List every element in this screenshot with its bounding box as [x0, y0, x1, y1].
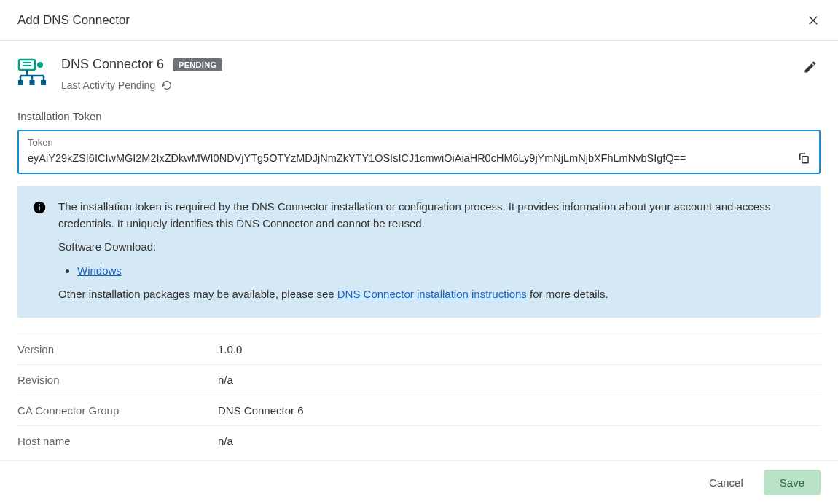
info-panel: The installation token is required by th…	[17, 186, 821, 318]
details-row: CA Connector Group DNS Connector 6	[17, 395, 821, 425]
refresh-icon[interactable]	[161, 79, 173, 91]
download-list: Windows	[58, 263, 806, 280]
last-activity-label: Last Activity Pending	[61, 79, 155, 91]
install-instructions-link[interactable]: DNS Connector installation instructions	[337, 288, 527, 300]
download-label: Software Download:	[58, 239, 806, 256]
details-key: Revision	[17, 374, 218, 386]
details-row: Host name n/a	[17, 425, 821, 456]
edit-button[interactable]	[803, 60, 818, 74]
details-val: n/a	[218, 435, 233, 447]
connector-header: DNS Connector 6 PENDING Last Activity Pe…	[17, 57, 821, 91]
dialog-title: Add DNS Connector	[17, 13, 130, 28]
connector-icon	[17, 58, 47, 87]
svg-rect-12	[30, 80, 35, 85]
cancel-button[interactable]: Cancel	[706, 470, 746, 495]
close-icon	[807, 14, 820, 27]
svg-rect-16	[39, 207, 40, 211]
svg-rect-11	[18, 80, 23, 85]
details-key: Version	[17, 343, 218, 355]
svg-rect-13	[41, 80, 46, 85]
details-row: Revision n/a	[17, 364, 821, 395]
content-scroll[interactable]: DNS Connector 6 PENDING Last Activity Pe…	[0, 41, 838, 460]
dialog-header: Add DNS Connector	[0, 0, 838, 41]
token-value: eyAiY29kZSI6ICIwMGI2M2IxZDkwMWI0NDVjYTg5…	[28, 151, 791, 165]
copy-button[interactable]	[797, 151, 810, 165]
svg-rect-17	[39, 204, 40, 205]
info-icon	[32, 200, 47, 215]
details-val: n/a	[218, 374, 233, 386]
token-label: Token	[28, 137, 810, 148]
details-val: 1.0.0	[218, 343, 242, 355]
details-row: Version 1.0.0	[17, 334, 821, 364]
close-button[interactable]	[806, 13, 821, 28]
connector-name: DNS Connector 6	[61, 57, 164, 72]
dialog-footer: Cancel Save	[0, 460, 838, 504]
svg-point-5	[37, 62, 43, 68]
info-text-1: The installation token is required by th…	[58, 199, 806, 232]
details-key: CA Connector Group	[17, 404, 218, 417]
token-section-heading: Installation Token	[17, 110, 821, 122]
details-key: Host name	[17, 435, 218, 447]
download-link-windows[interactable]: Windows	[77, 264, 122, 277]
token-field: Token eyAiY29kZSI6ICIwMGI2M2IxZDkwMWI0ND…	[17, 130, 821, 174]
details-table: Version 1.0.0 Revision n/a CA Connector …	[17, 334, 821, 460]
svg-rect-14	[802, 157, 808, 163]
status-badge: PENDING	[173, 58, 222, 71]
info-text-3: Other installation packages may be avail…	[58, 286, 806, 303]
save-button[interactable]: Save	[764, 470, 821, 495]
details-val: DNS Connector 6	[218, 404, 304, 417]
